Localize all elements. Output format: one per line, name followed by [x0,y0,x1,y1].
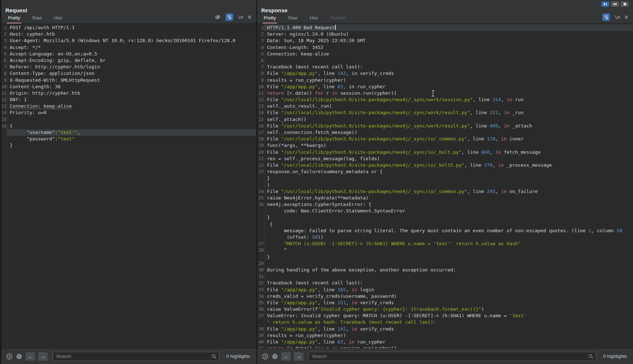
line-number: 11 [257,90,264,96]
response-code-line: 10File "/app/app.py", line 63, in run_cy… [257,84,633,90]
request-tab-hex[interactable]: Hex [53,14,63,23]
window-controls [601,1,629,7]
request-header: Request PrettyRawHex [1,0,256,24]
request-code-line: 10Content-Length: 38 [1,84,256,90]
line-number: 5 [257,51,264,57]
response-panel: Response PrettyRawHexRender \n ≡ 1HTTP/1… [257,0,633,364]
response-code-line: 16File "/usr/local/lib/python3.9/site-pa… [257,123,633,129]
response-code-line: 32Traceback (most recent call last): [257,280,633,286]
line-number: 10 [1,84,6,90]
stop-button[interactable] [621,1,629,7]
line-number: 17 [257,129,264,136]
request-code-line: 12DNT: 1 [1,96,256,103]
request-statusbar: ? ← → 0 highlights [1,348,256,364]
line-number: 21 [257,156,264,162]
response-code-line: 12File "/usr/local/lib/python3.9/site-pa… [257,96,633,103]
response-code-line: 7Traceback (most recent call last): [257,64,633,70]
wrap-lines-button[interactable] [226,13,233,21]
response-code-line: 5Connection: keep-alive [257,51,633,57]
request-code-line: 16{ [1,123,256,129]
line-number: 11 [1,90,6,96]
line-number: 3 [1,37,6,44]
line-number: 15 [1,116,6,123]
help-button[interactable]: ? [262,353,268,360]
response-tabs: PrettyRawHexRender [263,14,347,23]
line-number: 3 [257,37,264,44]
request-search-input[interactable] [53,352,219,361]
line-number: 16 [1,123,6,129]
editor-menu-button[interactable]: ≡ [248,15,251,19]
request-code-line: "username":"test'", [1,129,256,136]
line-number: 32 [257,280,264,286]
response-code-line: 39results = run_cypher(cypher) [257,332,633,339]
response-code-line: 24File "/usr/local/lib/python3.9/site-pa… [257,188,633,195]
line-number: 5 [1,51,6,57]
line-number [257,182,264,188]
line-number [257,234,264,241]
word-wrap-icon [604,15,609,19]
line-number: 14 [257,109,264,116]
line-number: 29 [257,260,264,267]
request-tab-pretty[interactable]: Pretty [7,14,21,23]
response-code-line: 17self._connection.fetch_message() [257,129,633,136]
search-prev-button[interactable]: ← [26,352,35,361]
search-next-button[interactable]: → [38,352,48,361]
request-tab-raw[interactable]: Raw [31,14,43,23]
response-code-line: 30During handling of the above exception… [257,267,633,273]
request-panel: Request PrettyRawHex [1,0,257,364]
line-number [1,136,6,142]
line-number: 41 [257,345,264,348]
search-prev-button[interactable]: ← [281,352,291,361]
search-settings-gear-icon[interactable] [272,353,278,360]
line-number: 20 [257,149,264,156]
response-code-line: } [257,175,633,181]
help-button[interactable]: ? [6,353,13,360]
word-wrap-icon [227,15,232,19]
line-number: 2 [1,31,6,37]
request-code-line: 4Accept: */* [1,44,256,51]
response-code-line: 40File "/app/app.py", line 63, in run_cy… [257,339,633,345]
request-code-line: 2Host: cypher.htb [1,31,256,37]
request-editor[interactable]: 1POST /api/auth HTTP/1.12Host: cypher.ht… [1,24,256,348]
line-number: 13 [257,103,264,109]
line-number [257,208,264,214]
wrap-lines-button[interactable] [602,13,610,21]
line-number: 7 [257,64,264,70]
response-code-line: message: Failed to parse string literal.… [257,228,633,234]
line-number: 30 [257,267,264,273]
line-number: 16 [257,123,264,129]
response-code-line: 27 "MATCH (u:USER) -[:SECRET]-> (h:SHA1)… [257,241,633,247]
show-newlines-button[interactable]: \n [238,15,243,20]
response-code-line: 28 ^ [257,247,633,253]
response-code-line: 25raise Neo4jError.hydrate(**metadata) [257,195,633,201]
line-number [257,254,264,260]
response-tab-raw[interactable]: Raw [287,14,299,23]
search-icon [588,354,593,360]
response-code-line: (offset: 58)) [257,234,633,241]
request-code-line: 9X-Requested-With: XMLHttpRequest [1,77,256,84]
response-search-input[interactable] [308,352,596,361]
line-number: 25 [257,195,264,201]
search-icon [211,354,217,360]
response-code-line: 13self._auto_result._run( [257,103,633,109]
layout-button[interactable] [611,1,619,7]
line-number: 37 [257,313,264,319]
response-header: Response PrettyRawHexRender \n ≡ [257,0,633,24]
editor-menu-button[interactable]: ≡ [625,15,628,19]
hide-nonprintable-icon[interactable] [215,14,221,20]
search-settings-gear-icon[interactable] [16,353,22,360]
response-tab-hex[interactable]: Hex [309,14,319,23]
line-number: 39 [257,332,264,339]
show-newlines-button[interactable]: \n [615,15,620,20]
response-code-line: 23response.on_failure(summary_metadata o… [257,168,633,175]
search-next-button[interactable]: → [294,352,303,361]
request-code-line: 3User-Agent: Mozilla/5.0 (Windows NT 10.… [1,37,256,44]
response-code-line: 21res = self._process_message(tag, field… [257,156,633,162]
pause-button[interactable] [601,1,609,7]
request-highlights-count: 0 highlights [226,354,250,359]
response-editor[interactable]: 1HTTP/1.1 400 Bad Request2Server: nginx/… [257,24,633,348]
response-tab-pretty[interactable]: Pretty [263,14,277,23]
response-code-line: 36raise ValueError(f"Invalid cypher quer… [257,306,633,313]
response-code-line: 31 [257,273,633,280]
request-code-line: 13Connection: keep-alive [1,103,256,109]
